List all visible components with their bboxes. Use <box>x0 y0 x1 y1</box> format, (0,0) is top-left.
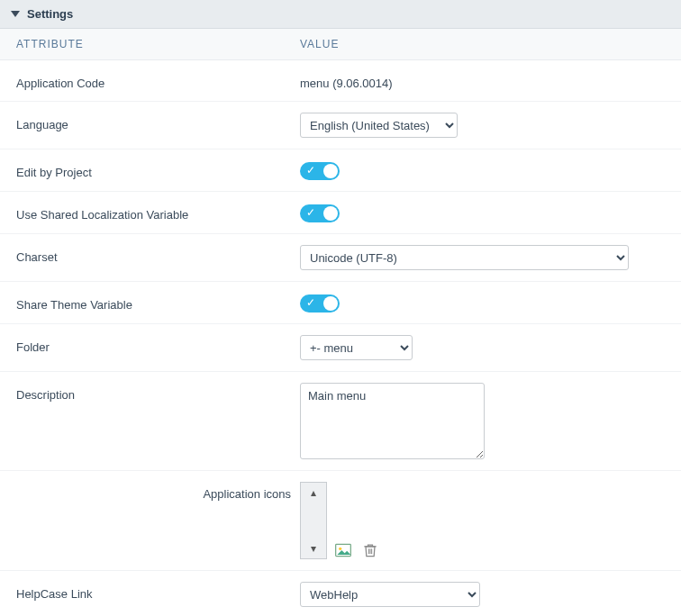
label-application-icons: Application icons <box>16 482 300 501</box>
label-helpcase-link: HelpCase Link <box>16 582 300 601</box>
label-charset: Charset <box>16 245 300 264</box>
toggle-use-shared-localization[interactable]: ✓ <box>300 204 340 222</box>
table-header: ATTRIBUTE VALUE <box>0 29 681 60</box>
row-helpcase-link: HelpCase Link WebHelp <box>0 571 681 616</box>
section-title: Settings <box>27 7 73 21</box>
value-application-code: menu (9.06.0014) <box>300 71 393 90</box>
scroll-down-icon[interactable]: ▾ <box>311 542 316 555</box>
toggle-share-theme-variable[interactable]: ✓ <box>300 294 340 313</box>
label-description: Description <box>16 383 300 402</box>
check-icon: ✓ <box>306 164 315 177</box>
row-folder: Folder +- menu <box>0 324 681 372</box>
label-share-theme-variable: Share Theme Variable <box>16 293 300 312</box>
check-icon: ✓ <box>306 206 315 219</box>
row-application-icons: Application icons ▴ ▾ <box>0 471 681 571</box>
label-edit-by-project: Edit by Project <box>16 160 300 179</box>
scroll-up-icon[interactable]: ▴ <box>311 486 316 499</box>
row-share-theme-variable: Share Theme Variable ✓ <box>0 282 681 324</box>
collapse-triangle-icon <box>11 11 20 17</box>
folder-select[interactable]: +- menu <box>300 335 413 360</box>
image-icon <box>334 541 352 559</box>
toggle-knob <box>323 296 338 311</box>
check-icon: ✓ <box>306 296 315 309</box>
helpcase-select[interactable]: WebHelp <box>300 582 480 607</box>
column-header-value: VALUE <box>300 38 665 50</box>
trash-icon <box>361 541 379 559</box>
label-folder: Folder <box>16 335 300 354</box>
label-application-code: Application Code <box>16 71 300 90</box>
row-description: Description <box>0 372 681 471</box>
row-application-code: Application Code menu (9.06.0014) <box>0 60 681 102</box>
row-charset: Charset Unicode (UTF-8) <box>0 234 681 282</box>
add-image-button[interactable] <box>332 541 354 559</box>
column-header-attribute: ATTRIBUTE <box>16 38 300 50</box>
label-language: Language <box>16 113 300 131</box>
row-edit-by-project: Edit by Project ✓ <box>0 149 681 192</box>
delete-image-button[interactable] <box>359 541 381 559</box>
toggle-knob <box>323 164 338 178</box>
application-icons-listbox[interactable]: ▴ ▾ <box>300 482 327 559</box>
settings-section-header[interactable]: Settings <box>0 0 681 29</box>
language-select[interactable]: English (United States) <box>300 113 458 138</box>
charset-select[interactable]: Unicode (UTF-8) <box>300 245 629 270</box>
label-use-shared-localization: Use Shared Localization Variable <box>16 203 300 222</box>
row-use-shared-localization: Use Shared Localization Variable ✓ <box>0 192 681 234</box>
description-textarea[interactable] <box>300 383 485 459</box>
row-language: Language English (United States) <box>0 102 681 149</box>
toggle-edit-by-project[interactable]: ✓ <box>300 162 340 180</box>
toggle-knob <box>323 206 338 221</box>
svg-point-1 <box>339 548 341 550</box>
